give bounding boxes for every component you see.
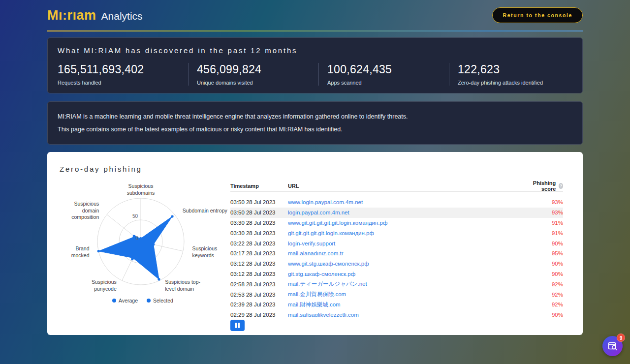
row-url-link[interactable]: www.git.git.git.git.git.login.командин.р… [288,220,528,226]
legend-label: Selected [153,298,173,303]
pause-button[interactable] [230,320,245,331]
row-url-link[interactable]: git.stg.шкаф-смоленск.рф [288,271,528,277]
table-row: 02:39 28 Jul 2023mail.財神娛樂城.com92% [230,300,563,310]
row-timestamp: 03:30 28 Jul 2023 [230,230,288,236]
stat-label: Requests handled [58,80,188,86]
header-divider [47,30,583,31]
table-row: 02:58 28 Jul 2023mail.ティーガールジャパン.net92% [230,279,563,289]
stat-value: 100,624,435 [327,63,449,76]
row-timestamp: 02:39 28 Jul 2023 [230,302,288,307]
row-url-link[interactable]: www.login.paypal.com.4m.net [288,199,528,205]
row-phishing-score: 92% [528,281,563,287]
about-panel: MI:RIAM is a machine learning and mobile… [47,101,583,145]
stat-value: 122,623 [458,63,543,76]
column-header-phishing-score: Phishing score ? [528,180,563,192]
app-header: Mı:rıam Analytics Return to the console [0,0,630,30]
pause-icon [235,323,237,328]
radar-svg: 500 [52,182,233,296]
stat-apps-scanned: 100,624,435 Apps scanned [318,63,449,86]
row-timestamp: 02:29 28 Jul 2023 [230,312,288,317]
row-timestamp: 03:50 28 Jul 2023 [230,199,288,205]
row-url-link[interactable]: mail.safisaglikvelezzetli.com [288,312,528,317]
row-phishing-score: 90% [528,261,563,267]
legend-item-selected[interactable]: Selected [147,298,173,303]
row-phishing-score: 90% [528,271,563,277]
legend-dot-icon [112,299,116,303]
about-line-1: MI:RIAM is a machine learning and mobile… [58,113,572,120]
table-row: 03:30 28 Jul 2023git.git.git.git.git.log… [230,228,563,238]
table-row: 03:50 28 Jul 2023www.login.paypal.com.4m… [230,197,563,208]
phishing-score-label: Phishing score [528,180,556,192]
stat-unique-domains: 456,099,824 Unique domains visited [188,63,318,86]
table-row: 03:12 28 Jul 2023git.stg.шкаф-смоленск.р… [230,269,563,279]
stat-value: 456,099,824 [197,63,318,76]
stat-requests-handled: 165,511,693,402 Requests handled [58,63,188,86]
row-phishing-score: 93% [528,199,563,205]
stat-label: Apps scanned [327,80,449,86]
legend-label: Average [119,298,138,303]
row-timestamp: 03:12 28 Jul 2023 [230,261,288,267]
column-header-url: URL [288,183,528,189]
row-timestamp: 03:17 28 Jul 2023 [230,250,288,256]
column-header-timestamp: Timestamp [230,183,288,189]
app-logo: Mı:rıam Analytics [47,8,143,23]
row-phishing-score: 92% [528,302,563,307]
row-phishing-score: 91% [528,230,563,236]
about-line-2: This page contains some of the latest ex… [58,126,572,133]
radar-axis-label: Suspicious subdomains [120,183,161,197]
stat-value: 165,511,693,402 [58,63,188,76]
radar-axis-label: Suspicious punycode [84,279,117,293]
stat-label: Unique domains visited [197,80,318,86]
zero-day-phishing-card: Zero-day phishing 500 Suspicious subdoma… [47,152,583,335]
row-url-link[interactable]: mail.財神娛樂城.com [288,301,528,308]
stats-panel: What MI:RIAM has discovered in the past … [47,37,583,93]
table-row: 03:30 28 Jul 2023www.git.git.git.git.git… [230,218,563,228]
stats-row: 165,511,693,402 Requests handled 456,099… [58,63,572,86]
table-header-row: Timestamp URL Phishing score ? [230,181,563,192]
svg-text:50: 50 [132,213,138,219]
row-timestamp: 02:53 28 Jul 2023 [230,292,288,298]
stats-title: What MI:RIAM has discovered in the past … [58,46,572,55]
stat-label: Zero-day phishing attacks identified [458,80,543,86]
row-url-link[interactable]: mail.金川貿易保険.com [288,291,528,298]
legend-dot-icon [147,299,151,303]
row-url-link[interactable]: mail.ティーガールジャパン.net [288,280,528,288]
radar-axis-label: Brand mocked [57,245,90,259]
table-row: 03:22 28 Jul 2023login-verify.support90% [230,238,563,248]
pause-icon [238,323,240,328]
table-row: 03:50 28 Jul 2023login.paypal.com.4m.net… [230,208,563,218]
legend-item-average[interactable]: Average [112,298,138,303]
table-row: 02:53 28 Jul 2023mail.金川貿易保険.com92% [230,289,563,300]
row-timestamp: 02:58 28 Jul 2023 [230,281,288,287]
radar-axis-label: Subdomain entropy [183,208,228,214]
row-url-link[interactable]: login.paypal.com.4m.net [288,210,528,215]
notification-badge: 9 [617,334,625,342]
row-phishing-score: 92% [528,292,563,298]
row-url-link[interactable]: mail.alanadınız.com.tr [288,250,528,256]
product-name: Analytics [101,10,143,22]
log-search-fab[interactable]: 9 [602,336,623,356]
table-row: 03:12 28 Jul 2023www.git.stg.шкаф-смолен… [230,259,563,269]
row-timestamp: 03:22 28 Jul 2023 [230,241,288,246]
row-timestamp: 03:30 28 Jul 2023 [230,220,288,226]
stat-zero-day-attacks: 122,623 Zero-day phishing attacks identi… [449,63,543,86]
return-to-console-button[interactable]: Return to the console [492,7,583,23]
phishing-table-body: 03:50 28 Jul 2023www.login.paypal.com.4m… [230,197,563,317]
row-url-link[interactable]: git.git.git.git.git.login.командин.рф [288,230,528,236]
table-row: 02:29 28 Jul 2023mail.safisaglikvelezzet… [230,310,563,317]
radar-axis-label: Suspicious domain composition [66,201,99,221]
row-phishing-score: 90% [528,312,563,317]
row-url-link[interactable]: login-verify.support [288,241,528,246]
row-phishing-score: 90% [528,241,563,246]
log-search-icon [607,341,618,352]
table-row: 03:17 28 Jul 2023mail.alanadınız.com.tr9… [230,248,563,259]
brand-logo-text: Mı:rıam [47,8,96,23]
card-title: Zero-day phishing [60,165,142,173]
svg-text:0: 0 [135,236,138,241]
row-timestamp: 03:12 28 Jul 2023 [230,271,288,277]
radar-legend: AverageSelected [52,298,233,303]
row-url-link[interactable]: www.git.stg.шкаф-смоленск.рф [288,261,528,267]
row-phishing-score: 91% [528,220,563,226]
row-timestamp: 03:50 28 Jul 2023 [230,210,288,215]
help-icon[interactable]: ? [559,183,563,189]
